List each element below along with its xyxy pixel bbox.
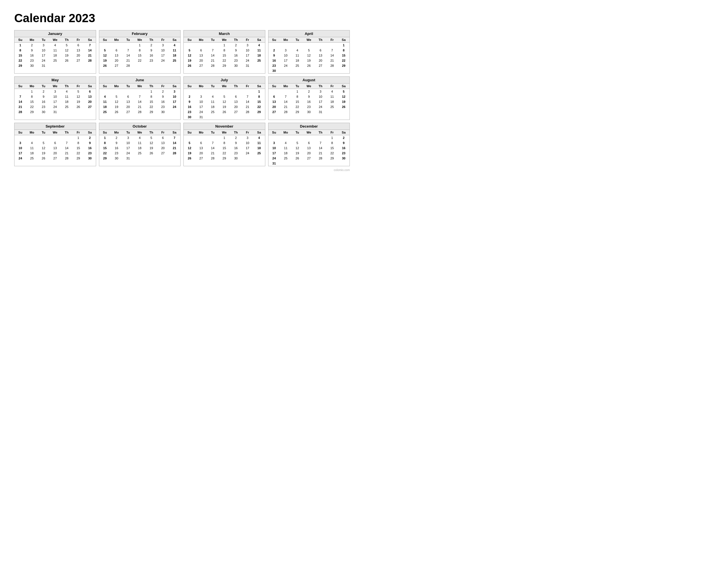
- weekday-header: Mo: [280, 84, 291, 89]
- calendar-day: 26: [61, 58, 73, 63]
- weekday-header: Sa: [253, 84, 265, 89]
- weekday-header: Su: [184, 84, 195, 89]
- calendar-day: 10: [49, 94, 61, 99]
- weekday-header: Tu: [291, 84, 303, 89]
- calendar-day: 24: [157, 58, 169, 63]
- calendar-day: 11: [26, 146, 38, 151]
- calendar-day: 19: [111, 104, 122, 109]
- month-table: SuMoTuWeThFrSa12345678910111213141516171…: [268, 37, 350, 73]
- calendar-day: 1: [326, 135, 338, 141]
- weekday-header: Fr: [157, 130, 169, 135]
- calendar-day: 19: [38, 151, 49, 156]
- calendar-day: 10: [242, 140, 253, 146]
- calendar-day: 26: [99, 63, 111, 68]
- weekday-header: Tu: [38, 84, 49, 89]
- calendar-day: 5: [184, 140, 195, 146]
- calendar-day: 21: [326, 58, 338, 63]
- weekday-header: We: [303, 84, 315, 89]
- calendar-day: 22: [218, 58, 230, 63]
- calendar-day: 12: [73, 94, 84, 99]
- calendar-day: 2: [26, 43, 38, 48]
- calendar-day: [253, 115, 265, 120]
- weekday-header: Sa: [169, 130, 180, 135]
- calendar-day: 17: [169, 99, 180, 104]
- calendar-day: [111, 89, 122, 94]
- calendar-day: 26: [218, 109, 230, 115]
- calendar-day: 31: [315, 109, 326, 115]
- calendar-day: 28: [207, 156, 219, 161]
- calendar-day: [184, 43, 195, 48]
- calendar-day: 24: [315, 104, 326, 109]
- calendar-day: [338, 161, 349, 166]
- month-table: SuMoTuWeThFrSa12345678910111213141516171…: [15, 130, 96, 161]
- calendar-day: 11: [99, 99, 111, 104]
- calendar-day: 13: [230, 99, 242, 104]
- calendar-day: [218, 115, 230, 120]
- calendar-day: 1: [338, 43, 349, 48]
- calendar-day: 16: [230, 53, 242, 58]
- calendar-day: [134, 156, 146, 161]
- calendar-day: 22: [146, 104, 157, 109]
- calendar-day: 9: [38, 94, 49, 99]
- calendar-day: 5: [146, 135, 157, 141]
- calendar-day: 8: [134, 48, 146, 53]
- calendar-day: 10: [169, 94, 180, 99]
- calendar-day: 14: [315, 146, 326, 151]
- weekday-header: Tu: [122, 130, 134, 135]
- calendar-day: [195, 89, 207, 94]
- calendar-day: 11: [134, 140, 146, 146]
- month-title: January: [15, 30, 96, 37]
- weekday-header: Sa: [84, 130, 96, 135]
- calendar-day: 25: [207, 109, 219, 115]
- calendar-day: 19: [99, 58, 111, 63]
- calendar-day: 17: [122, 146, 134, 151]
- calendar-day: [326, 109, 338, 115]
- calendar-day: 29: [253, 109, 265, 115]
- calendar-day: 7: [315, 140, 326, 146]
- calendar-day: 8: [326, 140, 338, 146]
- calendar-day: 17: [15, 151, 26, 156]
- calendar-day: [195, 135, 207, 141]
- calendar-day: 2: [230, 135, 242, 141]
- calendar-day: 8: [291, 94, 303, 99]
- calendar-day: 16: [230, 146, 242, 151]
- calendar-day: 15: [218, 146, 230, 151]
- calendar-day: 25: [61, 104, 73, 109]
- calendar-day: 29: [218, 63, 230, 68]
- calendar-day: 21: [134, 104, 146, 109]
- calendar-day: 22: [26, 104, 38, 109]
- calendar-day: 21: [280, 104, 291, 109]
- calendar-day: 28: [84, 58, 96, 63]
- calendar-day: 24: [49, 104, 61, 109]
- calendar-day: 1: [99, 135, 111, 141]
- weekday-header: Th: [315, 130, 326, 135]
- weekday-header: Th: [230, 84, 242, 89]
- weekday-header: Su: [184, 130, 195, 135]
- weekday-header: Tu: [207, 84, 219, 89]
- calendar-day: 19: [291, 151, 303, 156]
- calendar-day: 27: [303, 156, 315, 161]
- calendar-day: 23: [230, 151, 242, 156]
- calendar-day: [326, 68, 338, 73]
- calendar-day: 12: [111, 99, 122, 104]
- calendar-day: 5: [99, 48, 111, 53]
- weekday-header: Sa: [338, 84, 349, 89]
- calendar-day: 21: [15, 104, 26, 109]
- calendar-day: 11: [280, 146, 291, 151]
- calendar-day: 18: [280, 151, 291, 156]
- calendar-day: [280, 68, 291, 73]
- calendar-day: [207, 43, 219, 48]
- weekday-header: Tu: [291, 37, 303, 43]
- weekday-header: We: [218, 37, 230, 43]
- calendar-day: 26: [73, 104, 84, 109]
- calendar-day: 18: [207, 104, 219, 109]
- weekday-header: Th: [61, 84, 73, 89]
- calendar-day: 29: [15, 63, 26, 68]
- weekday-header: Su: [268, 84, 280, 89]
- calendar-day: 26: [303, 63, 315, 68]
- calendar-day: 17: [315, 99, 326, 104]
- calendar-day: 4: [253, 135, 265, 141]
- calendar-day: 12: [184, 53, 195, 58]
- calendar-day: 15: [218, 53, 230, 58]
- weekday-header: Sa: [253, 37, 265, 43]
